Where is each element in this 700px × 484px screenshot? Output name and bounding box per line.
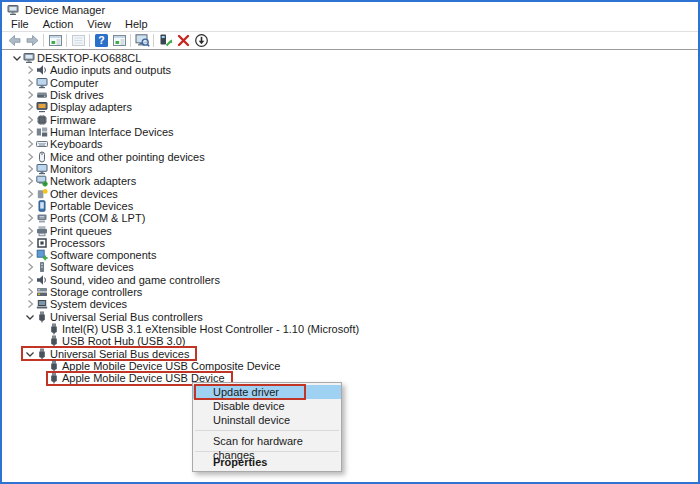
- tree-item-intel-r-usb-3-1-extensible-host-controller-1-10-microsoft[interactable]: Intel(R) USB 3.1 eXtensible Host Control…: [2, 323, 698, 335]
- tree-item-apple-mobile-device-usb-device[interactable]: Apple Mobile Device USB Device: [2, 372, 698, 384]
- tree-item-content: USB Root Hub (USB 3.0): [48, 336, 192, 348]
- tree-item-universal-serial-bus-controllers[interactable]: Universal Serial Bus controllers: [2, 311, 698, 323]
- chevron-collapsed-icon[interactable]: [23, 212, 36, 224]
- context-menu-item-update-driver[interactable]: Update driver: [193, 385, 341, 399]
- tree-item-content: Other devices: [36, 188, 124, 200]
- tree-item-content: Network adapters: [36, 176, 142, 188]
- tree-item-software-devices[interactable]: Software devices: [2, 261, 698, 273]
- unknown-device-icon: [36, 188, 49, 200]
- tree-item-computer[interactable]: Computer: [2, 77, 698, 89]
- forward-icon[interactable]: [23, 33, 41, 49]
- menu-action[interactable]: Action: [36, 17, 81, 31]
- keyboard-icon: [36, 138, 49, 150]
- context-menu-item-properties[interactable]: Properties: [193, 455, 341, 469]
- usb-icon: [48, 372, 61, 384]
- tree-item-network-adapters[interactable]: Network adapters: [2, 175, 698, 187]
- context-menu-item-scan-for-hardware-changes[interactable]: Scan for hardware changes: [193, 434, 341, 448]
- tree-item-portable-devices[interactable]: Portable Devices: [2, 200, 698, 212]
- chevron-collapsed-icon[interactable]: [23, 138, 36, 150]
- tree-item-label: Software components: [49, 249, 159, 261]
- chevron-collapsed-icon[interactable]: [23, 274, 36, 286]
- tree-item-label: System devices: [49, 298, 130, 310]
- tree-item-label: Mice and other pointing devices: [49, 151, 208, 163]
- tree-item-label: Software devices: [49, 261, 137, 273]
- tree-item-processors[interactable]: Processors: [2, 237, 698, 249]
- window-title: Device Manager: [25, 4, 105, 16]
- disable-device-icon[interactable]: [192, 33, 210, 49]
- tree-item-apple-mobile-device-usb-composite-device[interactable]: Apple Mobile Device USB Composite Device: [2, 360, 698, 372]
- tree-item-content: Keyboards: [36, 139, 109, 151]
- chevron-collapsed-icon[interactable]: [23, 89, 36, 101]
- uninstall-device-icon[interactable]: [174, 33, 192, 49]
- menu-file[interactable]: File: [4, 17, 36, 31]
- tree-item-print-queues[interactable]: Print queues: [2, 224, 698, 236]
- chevron-collapsed-icon[interactable]: [23, 101, 36, 113]
- tree-item-monitors[interactable]: Monitors: [2, 163, 698, 175]
- network-adapter-icon: [36, 175, 49, 187]
- update-driver-icon[interactable]: [156, 33, 174, 49]
- tree-item-display-adapters[interactable]: Display adapters: [2, 101, 698, 113]
- tree-item-human-interface-devices[interactable]: Human Interface Devices: [2, 126, 698, 138]
- tree-item-mice-and-other-pointing-devices[interactable]: Mice and other pointing devices: [2, 151, 698, 163]
- chevron-collapsed-icon[interactable]: [23, 298, 36, 310]
- chevron-collapsed-icon[interactable]: [23, 64, 36, 76]
- chevron-collapsed-icon[interactable]: [23, 77, 36, 89]
- tree-item-content: Display adapters: [36, 102, 138, 114]
- tree-item-system-devices[interactable]: System devices: [2, 298, 698, 310]
- context-menu-item-uninstall-device[interactable]: Uninstall device: [193, 413, 341, 427]
- tree-item-disk-drives[interactable]: Disk drives: [2, 89, 698, 101]
- chevron-collapsed-icon[interactable]: [23, 237, 36, 249]
- chevron-collapsed-icon[interactable]: [23, 261, 36, 273]
- chevron-expanded-icon[interactable]: [23, 311, 36, 323]
- context-menu: Update driverDisable deviceUninstall dev…: [192, 382, 342, 472]
- back-icon[interactable]: [5, 33, 23, 49]
- tree-item-firmware[interactable]: Firmware: [2, 114, 698, 126]
- audio-icon: [36, 64, 49, 76]
- console-tree-icon[interactable]: [46, 33, 64, 49]
- chevron-expanded-icon[interactable]: [10, 52, 23, 64]
- chevron-collapsed-icon[interactable]: [23, 286, 36, 298]
- disk-icon: [36, 89, 49, 101]
- tree-item-label: Print queues: [49, 225, 115, 237]
- tree-item-ports-com-lpt[interactable]: Ports (COM & LPT): [2, 212, 698, 224]
- chevron-collapsed-icon[interactable]: [23, 200, 36, 212]
- tree-item-audio-inputs-and-outputs[interactable]: Audio inputs and outputs: [2, 64, 698, 76]
- chevron-expanded-icon[interactable]: [23, 348, 36, 360]
- tree-item-keyboards[interactable]: Keyboards: [2, 138, 698, 150]
- tree-item-content: System devices: [36, 299, 133, 311]
- tree-item-label: Processors: [49, 237, 108, 249]
- chevron-collapsed-icon[interactable]: [23, 188, 36, 200]
- chevron-collapsed-icon[interactable]: [23, 225, 36, 237]
- tree-item-software-components[interactable]: Software components: [2, 249, 698, 261]
- scan-hardware-icon[interactable]: [133, 33, 151, 49]
- tree-item-label: Disk drives: [49, 89, 107, 101]
- firmware-icon: [36, 114, 49, 126]
- tree-item-label: Storage controllers: [49, 286, 145, 298]
- tree-item-storage-controllers[interactable]: Storage controllers: [2, 286, 698, 298]
- tree-item-universal-serial-bus-devices[interactable]: Universal Serial Bus devices: [2, 348, 698, 360]
- tree-item-usb-root-hub-usb-3-0[interactable]: USB Root Hub (USB 3.0): [2, 335, 698, 347]
- chevron-collapsed-icon[interactable]: [23, 114, 36, 126]
- tree-item-sound-video-and-game-controllers[interactable]: Sound, video and game controllers: [2, 274, 698, 286]
- tree-item-label: DESKTOP-KO688CL: [36, 52, 144, 64]
- properties-icon[interactable]: [110, 33, 128, 49]
- chevron-collapsed-icon[interactable]: [23, 249, 36, 261]
- tree-item-desktop-ko688cl[interactable]: DESKTOP-KO688CL: [2, 52, 698, 64]
- menu-help[interactable]: Help: [118, 17, 155, 31]
- toolbar: ?: [2, 32, 698, 50]
- toolbar-separator: [130, 34, 131, 47]
- chevron-collapsed-icon[interactable]: [23, 163, 36, 175]
- chevron-collapsed-icon[interactable]: [23, 126, 36, 138]
- hid-icon: [36, 126, 49, 138]
- usb-icon: [48, 360, 61, 372]
- tree-item-content: Firmware: [36, 114, 102, 126]
- context-menu-item-disable-device[interactable]: Disable device: [193, 399, 341, 413]
- title-bar: Device Manager: [2, 2, 698, 17]
- tree-item-other-devices[interactable]: Other devices: [2, 187, 698, 199]
- chevron-collapsed-icon[interactable]: [23, 151, 36, 163]
- chevron-collapsed-icon[interactable]: [23, 175, 36, 187]
- tree-item-content: Mice and other pointing devices: [36, 151, 211, 163]
- help-icon[interactable]: ?: [92, 33, 110, 49]
- tree-item-content: Sound, video and game controllers: [36, 274, 226, 286]
- menu-view[interactable]: View: [80, 17, 118, 31]
